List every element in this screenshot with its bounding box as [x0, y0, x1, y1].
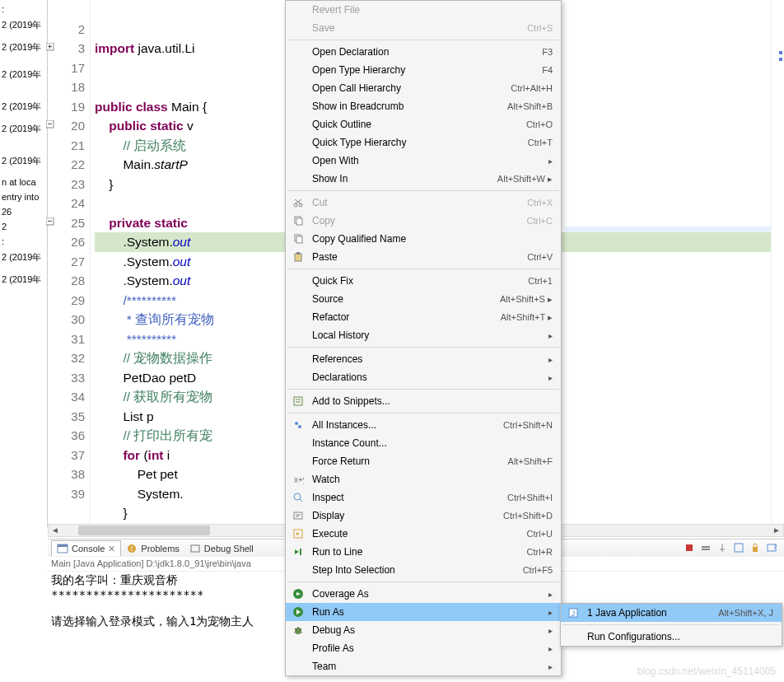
menu-item-debug-as[interactable]: Debug As▸ [286, 621, 561, 639]
remove-launch-icon[interactable] [700, 542, 713, 555]
svg-point-23 [295, 422, 298, 425]
scroll-left-arrow[interactable]: ◄ [49, 525, 62, 536]
runtoline-icon [292, 545, 305, 558]
menu-item-open-declaration[interactable]: Open DeclarationF3 [286, 43, 561, 61]
menu-item-team[interactable]: Team▸ [286, 657, 561, 675]
menu-item-copy: CopyCtrl+C [286, 212, 561, 230]
inspect-icon [292, 491, 305, 504]
display-selected-icon[interactable] [733, 542, 746, 555]
menu-item-quick-fix[interactable]: Quick FixCtrl+1 [286, 272, 561, 290]
line-number-gutter: 2317181920212223242526272829303132333435… [48, 0, 91, 527]
tab-debug-shell[interactable]: Debug Shell [184, 541, 259, 556]
cut-icon [292, 196, 305, 209]
console-icon [57, 543, 68, 554]
menu-item-refactor[interactable]: RefactorAlt+Shift+T ▸ [286, 308, 561, 326]
snippet-icon [292, 395, 305, 408]
terminate-icon[interactable] [684, 542, 697, 555]
menu-item-open-type-hierarchy[interactable]: Open Type HierarchyF4 [286, 61, 561, 79]
execute-icon [292, 527, 305, 540]
tab-problems-label: Problems [141, 544, 179, 554]
left-panel-fragments: :2 (2019年2 (2019年2 (2019年2 (2019年2 (2019… [0, 0, 48, 527]
scroll-right-arrow[interactable]: ► [770, 525, 783, 536]
java-icon: J [567, 606, 580, 619]
scroll-lock-icon[interactable] [749, 542, 763, 555]
menu-item-cut: CutCtrl+X [286, 194, 561, 212]
menu-item-force-return[interactable]: Force ReturnAlt+Shift+F [286, 452, 561, 470]
menu-item-show-in-breadcrumb[interactable]: Show in BreadcrumbAlt+Shift+B [286, 97, 561, 115]
svg-rect-20 [295, 254, 301, 261]
coverage-icon [292, 587, 305, 600]
context-menu: Revert FileSaveCtrl+SOpen DeclarationF3O… [285, 0, 562, 676]
svg-rect-21 [296, 252, 300, 255]
menu-item-execute[interactable]: ExecuteCtrl+U [286, 525, 561, 543]
close-icon[interactable]: ✕ [108, 544, 115, 554]
menu-item-quick-outline[interactable]: Quick OutlineCtrl+O [286, 115, 561, 133]
debug-icon [292, 624, 305, 637]
problems-icon: ! [126, 543, 138, 554]
run-icon [292, 605, 305, 619]
svg-rect-11 [735, 544, 743, 552]
menu-item-inspect[interactable]: InspectCtrl+Shift+I [286, 488, 561, 507]
menu-item-quick-type-hierarchy[interactable]: Quick Type HierarchyCtrl+T [286, 133, 561, 152]
submenu-item-1-java-application[interactable]: J1 Java ApplicationAlt+Shift+X, J [561, 604, 782, 622]
svg-rect-22 [294, 397, 302, 405]
scroll-thumb[interactable] [78, 526, 210, 535]
menu-item-coverage-as[interactable]: Coverage As▸ [286, 585, 561, 603]
svg-rect-12 [753, 547, 758, 552]
svg-text:!: ! [131, 544, 133, 553]
copy-icon [292, 214, 305, 227]
menu-item-open-with[interactable]: Open With▸ [286, 152, 561, 170]
svg-rect-19 [296, 236, 302, 243]
menu-item-source[interactable]: SourceAlt+Shift+S ▸ [286, 290, 561, 308]
menu-item-step-into-selection[interactable]: Step Into SelectionCtrl+F5 [286, 561, 561, 579]
menu-item-instance-count-[interactable]: Instance Count... [286, 434, 561, 452]
watermark: blog.csdn.net/weixin_45114005 [637, 666, 776, 677]
svg-rect-10 [702, 549, 710, 550]
instances-icon [292, 418, 305, 432]
menu-item-run-as[interactable]: Run As▸ [286, 603, 561, 621]
menu-item-add-to-snippets-[interactable]: Add to Snippets... [286, 392, 561, 410]
svg-rect-29 [300, 549, 301, 555]
svg-point-26 [294, 493, 301, 500]
console-toolbar [684, 542, 779, 555]
menu-item-paste[interactable]: PasteCtrl+V [286, 248, 561, 266]
svg-rect-9 [702, 546, 710, 548]
menu-item-save: SaveCtrl+S [286, 19, 561, 37]
menu-item-local-history[interactable]: Local History▸ [286, 326, 561, 344]
menu-item-watch[interactable]: x+yWatch [286, 470, 561, 488]
svg-text:J: J [572, 610, 576, 618]
watch-icon: x+y [292, 473, 305, 486]
debug-shell-icon [189, 543, 201, 554]
svg-point-32 [295, 628, 301, 634]
svg-rect-17 [296, 218, 302, 225]
svg-rect-8 [686, 544, 693, 551]
menu-item-all-instances-[interactable]: All Instances...Ctrl+Shift+N [286, 416, 561, 434]
svg-rect-7 [191, 545, 199, 552]
run-as-submenu: J1 Java ApplicationAlt+Shift+X, JRun Con… [560, 603, 782, 647]
paste-icon [292, 250, 305, 264]
pin-icon[interactable] [716, 542, 730, 555]
tab-console[interactable]: Console ✕ [51, 540, 121, 556]
open-console-icon[interactable] [766, 542, 779, 555]
display-icon [292, 509, 305, 522]
svg-point-24 [298, 425, 301, 428]
menu-item-revert-file: Revert File [286, 1, 561, 19]
tab-problems[interactable]: ! Problems [121, 541, 184, 556]
menu-item-open-call-hierarchy[interactable]: Open Call HierarchyCtrl+Alt+H [286, 79, 561, 97]
tab-console-label: Console [72, 544, 105, 554]
svg-text:x+y: x+y [294, 475, 304, 484]
svg-rect-4 [58, 544, 68, 547]
menu-item-references[interactable]: References▸ [286, 350, 561, 368]
tab-debug-shell-label: Debug Shell [204, 544, 254, 554]
submenu-item-run-configurations[interactable]: Run Configurations... [561, 628, 782, 646]
menu-item-run-to-line[interactable]: Run to LineCtrl+R [286, 543, 561, 561]
menu-item-display[interactable]: DisplayCtrl+Shift+D [286, 507, 561, 525]
overview-ruler [771, 0, 784, 524]
copy-icon [292, 232, 305, 245]
menu-item-profile-as[interactable]: Profile As▸ [286, 639, 561, 657]
svg-rect-27 [294, 512, 302, 519]
menu-item-copy-qualified-name[interactable]: Copy Qualified Name [286, 230, 561, 248]
menu-item-declarations[interactable]: Declarations▸ [286, 368, 561, 386]
menu-item-show-in[interactable]: Show InAlt+Shift+W ▸ [286, 170, 561, 188]
